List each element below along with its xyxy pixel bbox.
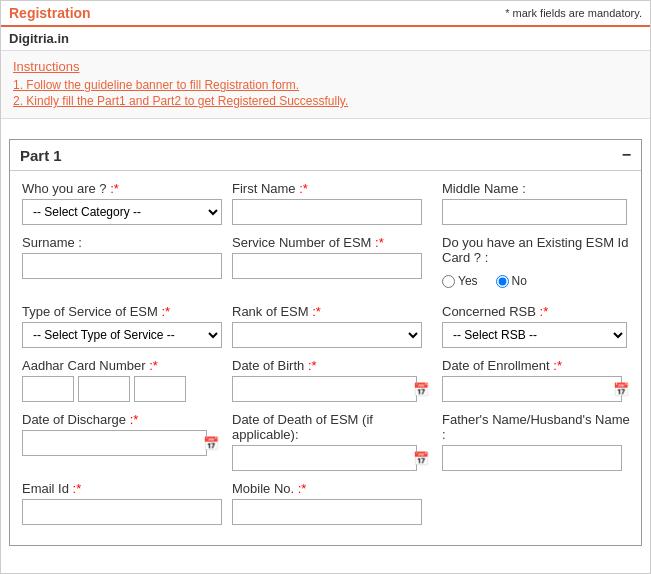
concerned-rsb-label: Concerned RSB :*	[442, 304, 632, 319]
mobile-label: Mobile No. :*	[232, 481, 432, 496]
service-number-input[interactable]	[232, 253, 422, 279]
mobile-input[interactable]	[232, 499, 422, 525]
email-label: Email Id :*	[22, 481, 222, 496]
who-you-are-label: Who you are ? :*	[22, 181, 222, 196]
instruction-line2: 2. Kindly fill the Part1 and Part2 to ge…	[13, 94, 638, 108]
instructions-box: Instructions 1. Follow the guideline ban…	[1, 51, 650, 119]
aadhar-part3[interactable]	[134, 376, 186, 402]
middle-name-input[interactable]	[442, 199, 627, 225]
date-discharge-label: Date of Discharge :*	[22, 412, 222, 427]
aadhar-field: Aadhar Card Number :*	[22, 358, 222, 402]
existing-esm-label: Do you have an Existing ESM Id Card ? :	[442, 235, 632, 265]
service-number-field: Service Number of ESM :*	[232, 235, 432, 288]
part1-form-body: Who you are ? :* -- Select Category -- F…	[10, 171, 641, 545]
date-discharge-wrap: 📅	[22, 430, 222, 456]
type-of-service-select[interactable]: -- Select Type of Service --	[22, 322, 222, 348]
first-name-field: First Name :*	[232, 181, 432, 225]
top-header: Registration * mark fields are mandatory…	[1, 1, 650, 27]
service-number-label: Service Number of ESM :*	[232, 235, 432, 250]
father-husband-field: Father's Name/Husband's Name :	[442, 412, 632, 471]
surname-field: Surname :	[22, 235, 222, 288]
surname-input[interactable]	[22, 253, 222, 279]
esm-yes-radio[interactable]	[442, 275, 455, 288]
email-input[interactable]	[22, 499, 222, 525]
rank-field: Rank of ESM :*	[232, 304, 432, 348]
email-field: Email Id :*	[22, 481, 222, 525]
rank-select[interactable]	[232, 322, 422, 348]
aadhar-inputs	[22, 376, 222, 402]
who-you-are-select[interactable]: -- Select Category --	[22, 199, 222, 225]
middle-name-field: Middle Name :	[442, 181, 632, 225]
part1-title: Part 1	[20, 147, 62, 164]
date-enrollment-calendar-icon[interactable]: 📅	[613, 382, 629, 397]
part1-header: Part 1 −	[10, 140, 641, 171]
form-row-1: Who you are ? :* -- Select Category -- F…	[22, 181, 629, 225]
aadhar-label: Aadhar Card Number :*	[22, 358, 222, 373]
concerned-rsb-select[interactable]: -- Select RSB --	[442, 322, 627, 348]
mobile-field: Mobile No. :*	[232, 481, 432, 525]
form-row-4: Aadhar Card Number :* Date of Birth :* �	[22, 358, 629, 402]
date-enrollment-field: Date of Enrollment :* 📅	[442, 358, 632, 402]
mandatory-note: * mark fields are mandatory.	[505, 7, 642, 19]
dob-label: Date of Birth :*	[232, 358, 432, 373]
dob-field: Date of Birth :* 📅	[232, 358, 432, 402]
form-row-5: Date of Discharge :* 📅 Date of Death of …	[22, 412, 629, 471]
date-death-calendar-icon[interactable]: 📅	[413, 451, 429, 466]
type-of-service-field: Type of Service of ESM :* -- Select Type…	[22, 304, 222, 348]
registration-page: Registration * mark fields are mandatory…	[0, 0, 651, 574]
who-you-are-field: Who you are ? :* -- Select Category --	[22, 181, 222, 225]
date-enrollment-input-wrap: 📅	[442, 376, 632, 402]
father-husband-input[interactable]	[442, 445, 622, 471]
date-enrollment-input[interactable]	[442, 376, 622, 402]
aadhar-part2[interactable]	[78, 376, 130, 402]
date-discharge-input[interactable]	[22, 430, 207, 456]
type-of-service-label: Type of Service of ESM :*	[22, 304, 222, 319]
esm-no-label[interactable]: No	[496, 274, 527, 288]
aadhar-part1[interactable]	[22, 376, 74, 402]
part1-section: Part 1 − Who you are ? :* -- Select Cate…	[9, 139, 642, 546]
date-death-wrap: 📅	[232, 445, 432, 471]
middle-name-label: Middle Name :	[442, 181, 632, 196]
form-row-6: Email Id :* Mobile No. :*	[22, 481, 629, 525]
dob-input[interactable]	[232, 376, 417, 402]
date-discharge-calendar-icon[interactable]: 📅	[203, 436, 219, 451]
dob-input-wrap: 📅	[232, 376, 432, 402]
existing-esm-radio-group: Yes No	[442, 274, 632, 288]
instructions-title[interactable]: Instructions	[13, 59, 638, 74]
rank-label: Rank of ESM :*	[232, 304, 432, 319]
dob-calendar-icon[interactable]: 📅	[413, 382, 429, 397]
minimize-button[interactable]: −	[622, 146, 631, 164]
form-row-2: Surname : Service Number of ESM :* Do yo…	[22, 235, 629, 288]
esm-no-radio[interactable]	[496, 275, 509, 288]
date-enrollment-label: Date of Enrollment :*	[442, 358, 632, 373]
concerned-rsb-field: Concerned RSB :* -- Select RSB --	[442, 304, 632, 348]
first-name-input[interactable]	[232, 199, 422, 225]
date-death-field: Date of Death of ESM (if applicable): 📅	[232, 412, 432, 471]
digitria-label: Digitria.in	[1, 27, 650, 51]
page-title: Registration	[9, 5, 91, 21]
first-name-label: First Name :*	[232, 181, 432, 196]
surname-label: Surname :	[22, 235, 222, 250]
date-discharge-field: Date of Discharge :* 📅	[22, 412, 222, 471]
esm-yes-label[interactable]: Yes	[442, 274, 478, 288]
instruction-line1: 1. Follow the guideline banner to fill R…	[13, 78, 638, 92]
form-row-3: Type of Service of ESM :* -- Select Type…	[22, 304, 629, 348]
father-husband-label: Father's Name/Husband's Name :	[442, 412, 632, 442]
date-death-input[interactable]	[232, 445, 417, 471]
date-death-label: Date of Death of ESM (if applicable):	[232, 412, 432, 442]
existing-esm-field: Do you have an Existing ESM Id Card ? : …	[442, 235, 632, 288]
